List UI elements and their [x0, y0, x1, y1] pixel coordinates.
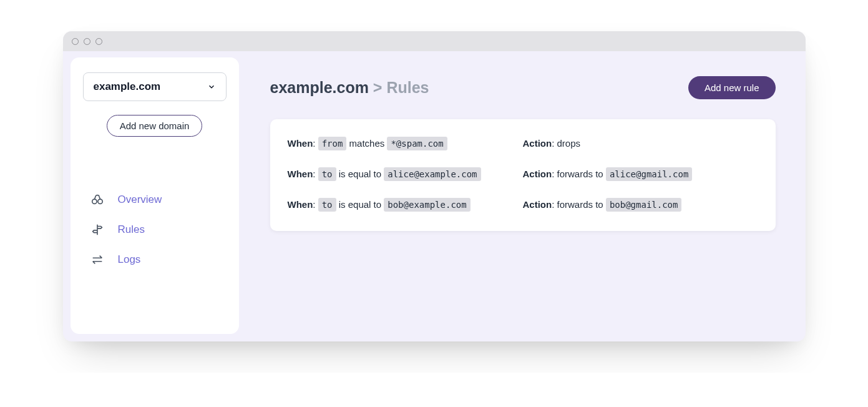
rule-value-code: *@spam.com [387, 137, 447, 150]
rule-action: Action: drops [523, 138, 758, 149]
rule-value-code: bob@example.com [384, 198, 470, 212]
rule-target-code: bob@gmail.com [606, 198, 682, 212]
breadcrumb-sep: > [369, 79, 387, 96]
chevron-down-icon [207, 82, 216, 91]
action-label: Action [523, 199, 552, 210]
rule-op: is equal to [336, 199, 384, 210]
rule-target-code: alice@gmail.com [606, 167, 692, 181]
rule-field-code: to [318, 167, 336, 181]
rule-op: matches [346, 138, 387, 149]
window-titlebar [63, 31, 806, 51]
rule-row[interactable]: When: to is equal to alice@example.com A… [288, 164, 758, 194]
rule-action: Action: forwards to alice@gmail.com [523, 169, 758, 179]
rule-row[interactable]: When: from matches *@spam.com Action: dr… [288, 133, 758, 164]
svg-point-1 [97, 199, 102, 203]
domain-selector[interactable]: example.com [83, 72, 227, 101]
window-minimize-icon[interactable] [84, 38, 90, 45]
rule-action: Action: forwards to bob@gmail.com [523, 199, 758, 210]
action-label: Action [523, 138, 552, 149]
sidebar-nav: Overview Rules Logs [83, 193, 227, 267]
when-label: When [288, 138, 313, 149]
app-body: example.com Add new domain Overview [63, 51, 806, 341]
rule-condition: When: from matches *@spam.com [288, 138, 523, 149]
domain-selector-label: example.com [94, 81, 161, 93]
add-rule-button[interactable]: Add new rule [688, 76, 776, 99]
sidebar-item-label: Overview [118, 194, 162, 206]
sidebar-item-overview[interactable]: Overview [90, 193, 227, 207]
sidebar-item-logs[interactable]: Logs [90, 253, 227, 267]
rule-action-text: : forwards to [552, 199, 606, 210]
sidebar: example.com Add new domain Overview [71, 57, 239, 334]
rule-value-code: alice@example.com [384, 167, 480, 181]
when-label: When [288, 199, 313, 210]
main-content: example.com > Rules Add new rule When: f… [270, 57, 806, 334]
rule-op: is equal to [336, 169, 384, 179]
add-domain-label: Add new domain [120, 120, 190, 131]
rules-card: When: from matches *@spam.com Action: dr… [270, 119, 776, 231]
arrows-swap-icon [90, 253, 104, 267]
breadcrumb-domain: example.com [270, 79, 369, 96]
window-close-icon[interactable] [72, 38, 79, 45]
sidebar-item-rules[interactable]: Rules [90, 223, 227, 237]
sidebar-item-label: Rules [118, 223, 145, 236]
page-header: example.com > Rules Add new rule [270, 76, 776, 99]
rule-field-code: from [318, 137, 347, 150]
breadcrumb: example.com > Rules [270, 79, 429, 97]
binoculars-icon [90, 193, 104, 207]
rule-condition: When: to is equal to alice@example.com [288, 169, 523, 179]
sidebar-item-label: Logs [118, 253, 141, 266]
rule-row[interactable]: When: to is equal to bob@example.com Act… [288, 194, 758, 225]
add-rule-label: Add new rule [705, 82, 759, 93]
action-label: Action [523, 169, 552, 179]
rule-field-code: to [318, 198, 336, 212]
signpost-icon [90, 223, 104, 237]
app-window: example.com Add new domain Overview [63, 31, 806, 341]
rule-action-text: : forwards to [552, 169, 606, 179]
add-domain-button[interactable]: Add new domain [107, 115, 203, 137]
breadcrumb-page: Rules [386, 79, 429, 96]
svg-point-0 [92, 199, 96, 203]
when-label: When [288, 169, 313, 179]
rule-condition: When: to is equal to bob@example.com [288, 199, 523, 210]
window-maximize-icon[interactable] [95, 38, 102, 45]
rule-action-text: : drops [552, 138, 580, 149]
